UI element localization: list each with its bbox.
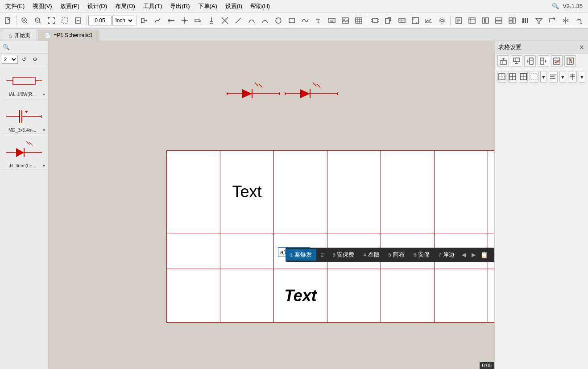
columns-button[interactable] xyxy=(519,14,532,27)
table-cell-0-2[interactable] xyxy=(274,151,327,233)
menu-file[interactable]: 文件(E) xyxy=(2,1,28,11)
layout2-button[interactable] xyxy=(479,14,492,27)
ts-valign-dropdown-button[interactable]: ▾ xyxy=(579,71,585,83)
table-cell-2-2[interactable]: Text xyxy=(274,269,327,323)
rotate-button[interactable] xyxy=(573,14,585,27)
component-dropdown-resistor[interactable]: ▾ xyxy=(43,92,45,97)
autocomplete-item-7[interactable]: 7 岸边 xyxy=(434,249,459,261)
place-curve-tool[interactable] xyxy=(299,14,311,27)
netlist-button[interactable] xyxy=(452,14,465,27)
place-arc-tool[interactable] xyxy=(259,14,271,27)
menu-view[interactable]: 视图(V) xyxy=(29,1,55,11)
zoom-value-input[interactable]: 0.05 xyxy=(88,16,112,25)
panel-settings-button[interactable]: ⚙ xyxy=(30,55,39,64)
canvas-diode-1[interactable] xyxy=(227,81,280,105)
table-cell-0-4[interactable] xyxy=(381,151,435,233)
autocomplete-prev-button[interactable]: ◀ xyxy=(459,249,469,261)
menu-help[interactable]: 帮助(H) xyxy=(247,1,273,11)
reverse-button[interactable] xyxy=(546,14,559,27)
autocomplete-copy-button[interactable]: 📋 xyxy=(479,249,490,261)
autocomplete-item-3[interactable]: 3 安保费 xyxy=(328,249,359,261)
table-cell-0-0[interactable] xyxy=(167,151,220,233)
new-file-button[interactable] xyxy=(2,14,14,27)
place-text-tool[interactable]: T xyxy=(312,14,325,27)
ts-border-none-button[interactable] xyxy=(530,71,538,83)
table-cell-1-1[interactable] xyxy=(220,233,274,269)
ts-insert-row-below-button[interactable] xyxy=(511,55,522,67)
place-component-button[interactable] xyxy=(369,14,381,27)
autocomplete-item-1[interactable]: 1 案爆发 xyxy=(286,249,316,261)
simulate-button[interactable] xyxy=(422,14,435,27)
menu-tools[interactable]: 工具(T) xyxy=(140,1,166,11)
autocomplete-item-4[interactable]: 4 叁版 xyxy=(359,249,384,261)
table-cell-2-1[interactable] xyxy=(220,269,274,323)
table-cell-0-1[interactable]: Text xyxy=(220,151,274,233)
zoom-fit-button[interactable] xyxy=(45,14,58,27)
table-settings-close-button[interactable]: ✕ xyxy=(579,44,584,51)
place-textbox-tool[interactable] xyxy=(326,14,338,27)
menu-order[interactable]: 下单(A) xyxy=(195,1,221,11)
ts-border-dropdown-button[interactable]: ▾ xyxy=(540,71,547,83)
place-bus-tool[interactable] xyxy=(165,14,178,27)
pcb-button[interactable] xyxy=(409,14,422,27)
menu-place[interactable]: 放置(P) xyxy=(57,1,83,11)
menu-design[interactable]: 设计(D) xyxy=(84,1,111,11)
place-wire-tool[interactable] xyxy=(152,14,164,27)
zoom-in-button[interactable] xyxy=(18,14,31,27)
autocomplete-expand-button[interactable]: ▾ xyxy=(490,249,494,261)
autocomplete-item-5[interactable]: 5 阿布 xyxy=(384,249,409,261)
place-junction-tool[interactable] xyxy=(178,14,191,27)
place-select-tool[interactable] xyxy=(138,14,151,27)
table-cell-2-0[interactable] xyxy=(167,269,220,323)
bom-button[interactable] xyxy=(466,14,478,27)
autocomplete-next-button[interactable]: ▶ xyxy=(469,249,479,261)
table-cell-0-5[interactable] xyxy=(435,151,488,233)
tab-home[interactable]: ⌂ 开始页 xyxy=(2,30,37,41)
table-cell-0-3[interactable] xyxy=(327,151,381,233)
table-cell-2-4[interactable] xyxy=(381,269,435,323)
place-rect-tool[interactable] xyxy=(286,14,298,27)
tab-button[interactable] xyxy=(506,14,518,27)
ts-insert-col-left-button[interactable] xyxy=(524,55,536,67)
ts-delete-row-button[interactable] xyxy=(551,55,563,67)
import-button[interactable] xyxy=(382,14,395,27)
place-bezier-tool[interactable] xyxy=(245,14,258,27)
select-button[interactable] xyxy=(58,14,71,27)
ts-delete-col-button[interactable] xyxy=(564,55,576,67)
menu-export[interactable]: 导出(R) xyxy=(166,1,193,11)
filter-button[interactable] xyxy=(533,14,545,27)
component-item-diode[interactable]: -R_3mm(LE... ▾ xyxy=(2,138,46,170)
table-cell-2-6[interactable] xyxy=(488,269,495,323)
schematic-table[interactable]: Text xyxy=(166,150,494,323)
settings-button[interactable] xyxy=(436,14,448,27)
component-dropdown-capacitor[interactable]: ▾ xyxy=(43,128,45,133)
split-button[interactable] xyxy=(493,14,505,27)
menu-settings[interactable]: 设置(I) xyxy=(222,1,246,11)
manage-button[interactable] xyxy=(396,14,408,27)
unit-select[interactable]: inch mm mil xyxy=(112,16,134,25)
panel-refresh-button[interactable]: ↺ xyxy=(20,55,29,64)
autocomplete-item-2[interactable]: 2 xyxy=(316,250,328,259)
place-netlabel-tool[interactable] xyxy=(192,14,204,27)
table-cell-2-5[interactable] xyxy=(435,269,488,323)
canvas-area[interactable]: Text xyxy=(48,41,494,369)
canvas-diode-2[interactable] xyxy=(285,81,338,105)
actual-size-button[interactable] xyxy=(72,14,84,27)
ts-split-cells-button[interactable] xyxy=(508,71,517,83)
table-cell-1-0[interactable] xyxy=(167,233,220,269)
place-table-tool[interactable] xyxy=(352,14,365,27)
ts-align-button[interactable] xyxy=(549,71,558,83)
ts-merge-cells-button[interactable] xyxy=(497,71,506,83)
search-button[interactable]: 🔍 xyxy=(549,0,562,12)
panel-zoom-select[interactable]: 213 xyxy=(2,55,18,64)
place-cross-probe-tool[interactable] xyxy=(219,14,231,27)
component-item-resistor[interactable]: IAL-1/8W(R... ▾ xyxy=(2,67,46,98)
ts-insert-col-right-button[interactable] xyxy=(538,55,549,67)
table-cell-0-6[interactable] xyxy=(488,151,495,233)
component-item-capacitor[interactable]: MD_3x5.4m... ▾ xyxy=(2,103,46,134)
place-image-tool[interactable] xyxy=(339,14,352,27)
place-circle-tool[interactable] xyxy=(272,14,285,27)
ts-insert-row-above-button[interactable] xyxy=(497,55,509,67)
tab-schematic1[interactable]: 📄 =P1.Schematic1 xyxy=(38,30,99,41)
zoom-out-button[interactable] xyxy=(32,14,44,27)
